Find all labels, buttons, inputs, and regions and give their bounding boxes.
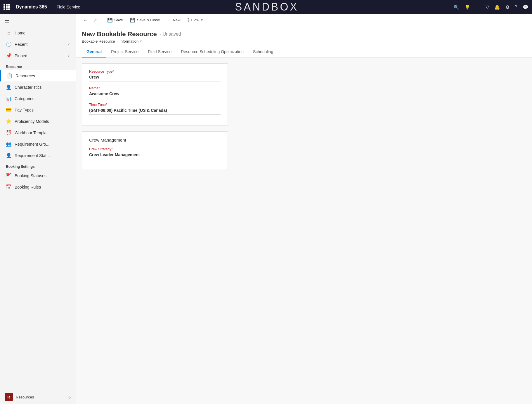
tab-general[interactable]: General: [82, 46, 106, 58]
sidebar-item-categories[interactable]: 📊 Categories: [0, 93, 76, 104]
tab-scheduling[interactable]: Scheduling: [248, 46, 278, 58]
search-icon[interactable]: 🔍: [453, 4, 459, 10]
home-icon: ⌂: [6, 30, 12, 36]
req-group-icon: 👥: [6, 141, 12, 147]
characteristics-icon: 👤: [6, 84, 12, 90]
chat-icon[interactable]: 💬: [523, 4, 528, 10]
new-icon: ＋: [167, 17, 171, 23]
expand-button[interactable]: ⤢: [91, 16, 99, 24]
sidebar-item-req-stat-label: Requirement Stat...: [15, 153, 50, 158]
tab-field-service[interactable]: Field Service: [143, 46, 176, 58]
sidebar-item-home[interactable]: ⌂ Home: [0, 27, 76, 39]
save-close-label: Save & Close: [137, 18, 160, 22]
booking-rules-icon: 📅: [6, 184, 12, 190]
app-name: Dynamics 365: [16, 4, 47, 10]
req-stat-icon: 👤: [6, 153, 12, 158]
sidebar-item-characteristics[interactable]: 👤 Characteristics: [0, 81, 76, 93]
module-name: Field Service: [57, 5, 80, 9]
field-name-value[interactable]: Awesome Crew: [89, 91, 221, 98]
sidebar-item-resources-label: Resources: [15, 74, 35, 78]
sidebar-item-pay-types-label: Pay Types: [15, 108, 34, 112]
sidebar-item-booking-rules[interactable]: 📅 Booking Rules: [0, 181, 76, 193]
hamburger-menu[interactable]: ☰: [0, 14, 76, 27]
pinned-chevron-icon: ∨: [67, 54, 70, 58]
new-button[interactable]: ＋ New: [164, 16, 183, 24]
sidebar-scroll: ⌂ Home 🕐 Recent ∨ 📌 Pinned ∨ Resource 📋 …: [0, 27, 76, 390]
booking-statuses-icon: 🚩: [6, 173, 12, 178]
sidebar-item-booking-statuses-label: Booking Statuses: [15, 173, 46, 178]
sidebar-item-booking-statuses[interactable]: 🚩 Booking Statuses: [0, 170, 76, 181]
sidebar-item-req-group[interactable]: 👥 Requirement Gro...: [0, 138, 76, 150]
new-label: New: [173, 18, 180, 22]
breadcrumb-sep: ·: [117, 39, 118, 43]
sidebar-item-proficiency[interactable]: ⭐ Proficiency Models: [0, 116, 76, 127]
sidebar-item-characteristics-label: Characteristics: [15, 85, 42, 90]
back-button[interactable]: ←: [81, 16, 90, 24]
sidebar-item-booking-rules-label: Booking Rules: [15, 185, 41, 189]
sandbox-title: SANDBOX: [85, 1, 449, 13]
required-star-cs: *: [111, 147, 113, 151]
section-booking-title: Booking Settings: [0, 161, 76, 170]
nav-divider: [52, 4, 52, 11]
field-timezone-value[interactable]: (GMT-08:00) Pacific Time (US & Canada): [89, 108, 221, 115]
required-star-name: *: [98, 86, 100, 90]
save-button[interactable]: 💾 Save: [104, 16, 126, 24]
sidebar-footer-avatar: R: [5, 393, 13, 401]
flow-icon: ⟫: [187, 18, 190, 23]
record-header: New Bookable Resource - Unsaved Bookable…: [76, 26, 532, 46]
tab-rso[interactable]: Resource Scheduling Optimization: [176, 46, 248, 58]
resources-icon: 📋: [7, 73, 13, 79]
lightbulb-icon[interactable]: 💡: [465, 4, 470, 10]
field-timezone-label: Time Zone*: [89, 103, 221, 107]
sidebar-item-home-label: Home: [15, 31, 25, 35]
field-crew-strategy: Crew Strategy* Crew Leader Management: [89, 147, 221, 159]
save-close-button[interactable]: 💾 Save & Close: [127, 16, 163, 24]
field-resource-type-value[interactable]: Crew: [89, 75, 221, 81]
plus-icon[interactable]: ＋: [476, 4, 480, 10]
help-icon[interactable]: ?: [515, 4, 517, 10]
form-content: Resource Type* Crew Name* Awesome Crew T…: [76, 58, 532, 404]
record-title: New Bookable Resource: [82, 30, 157, 38]
required-star: *: [113, 69, 114, 74]
proficiency-icon: ⭐: [6, 119, 12, 124]
sidebar-item-workhour[interactable]: ⏰ Workhour Templa...: [0, 127, 76, 138]
main-layout: ☰ ⌂ Home 🕐 Recent ∨ 📌 Pinned ∨ Resource …: [0, 14, 532, 404]
breadcrumb: Bookable Resource · Information ∨: [82, 39, 526, 43]
sidebar-item-workhour-label: Workhour Templa...: [15, 130, 50, 135]
recent-chevron-icon: ∨: [67, 42, 70, 46]
breadcrumb-entity[interactable]: Bookable Resource: [82, 39, 115, 43]
field-name-label: Name*: [89, 86, 221, 90]
resource-info-card: Resource Type* Crew Name* Awesome Crew T…: [82, 63, 228, 126]
required-star-tz: *: [106, 103, 107, 107]
workhour-icon: ⏰: [6, 130, 12, 135]
pay-types-icon: 💳: [6, 107, 12, 113]
filter-icon[interactable]: ▽: [486, 4, 489, 10]
field-crew-strategy-label: Crew Strategy*: [89, 147, 221, 151]
app-grid-icon[interactable]: [4, 4, 10, 10]
tab-project-service[interactable]: Project Service: [106, 46, 143, 58]
sidebar-item-pay-types[interactable]: 💳 Pay Types: [0, 104, 76, 116]
record-status: - Unsaved: [160, 32, 181, 37]
save-close-icon: 💾: [130, 18, 136, 23]
sidebar-item-req-stat[interactable]: 👤 Requirement Stat...: [0, 150, 76, 161]
crew-management-card: Crew Management Crew Strategy* Crew Lead…: [82, 131, 228, 170]
breadcrumb-view[interactable]: Information ∨: [119, 39, 142, 43]
sidebar-item-pinned[interactable]: 📌 Pinned ∨: [0, 50, 76, 61]
bell-icon[interactable]: 🔔: [494, 4, 500, 10]
flow-label: Flow: [191, 18, 199, 22]
field-crew-strategy-value[interactable]: Crew Leader Management: [89, 152, 221, 159]
sidebar-item-recent[interactable]: 🕐 Recent ∨: [0, 39, 76, 50]
field-name: Name* Awesome Crew: [89, 86, 221, 98]
sidebar-item-resources[interactable]: 📋 Resources: [0, 70, 76, 81]
section-resource-title: Resource: [0, 61, 76, 70]
content-area: ← ⤢ 💾 Save 💾 Save & Close ＋ New ⟫ Flow ∨: [76, 14, 532, 404]
sidebar-footer-expand-icon: ◇: [68, 395, 71, 399]
sidebar-footer[interactable]: R Resources ◇: [0, 390, 76, 404]
sidebar-item-categories-label: Categories: [15, 96, 34, 101]
settings-icon[interactable]: ⚙: [505, 4, 510, 10]
field-resource-type-label: Resource Type*: [89, 69, 221, 74]
sidebar-footer-label: Resources: [16, 395, 34, 399]
categories-icon: 📊: [6, 96, 12, 101]
toolbar-divider-1: [102, 17, 102, 24]
flow-button[interactable]: ⟫ Flow ∨: [184, 16, 206, 24]
